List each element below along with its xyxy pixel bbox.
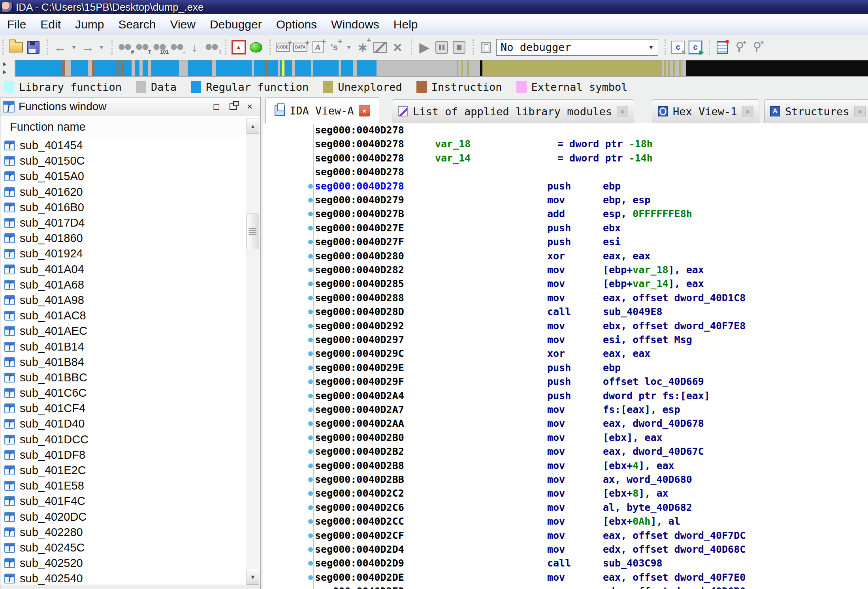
disassembly-row[interactable]: seg000:0040D28Dcallsub_4049E8 xyxy=(263,305,868,319)
disassembly-row[interactable]: seg000:0040D292movebx, offset dword_40F7… xyxy=(263,319,868,333)
jump-forward-icon[interactable]: → xyxy=(79,38,96,56)
function-list-item[interactable]: fsub_401DCC xyxy=(0,432,245,447)
close-tab-icon[interactable]: × xyxy=(854,106,866,117)
function-list-item[interactable]: fsub_401B14 xyxy=(0,339,245,354)
make-code-icon[interactable]: CODE+ xyxy=(274,38,292,56)
function-list-item[interactable]: fsub_401AC8 xyxy=(0,308,245,323)
restore-icon[interactable] xyxy=(230,103,237,110)
disassembly-row[interactable]: seg000:0040D27Baddesp, 0FFFFFFE8h xyxy=(263,207,868,221)
debugger-led-icon[interactable] xyxy=(477,38,495,56)
disassembly-row[interactable]: seg000:0040D278 xyxy=(263,165,868,179)
function-list-item[interactable]: fsub_40245C xyxy=(0,540,245,555)
disassembly-row[interactable]: seg000:0040D2C2mov[ebx+8], ax xyxy=(263,486,868,501)
function-list-scrollbar[interactable]: ▲ ▼ xyxy=(246,118,260,585)
function-list-item[interactable]: fsub_401860 xyxy=(0,231,245,246)
close-tab-icon[interactable]: × xyxy=(359,105,370,116)
menu-item-file[interactable]: File xyxy=(0,14,33,35)
pin-add-icon[interactable]: + xyxy=(731,38,748,56)
tab-hex-view-1[interactable]: Hex View-1× xyxy=(652,99,759,123)
disassembly-row[interactable]: seg000:0040D2D4movedx, offset dword_40D6… xyxy=(263,542,868,557)
menu-item-view[interactable]: View xyxy=(163,14,202,35)
menu-item-help[interactable]: Help xyxy=(386,14,425,35)
jump-down-icon[interactable]: ↓ xyxy=(186,38,203,56)
make-array-icon[interactable]: ∗+ xyxy=(354,38,371,56)
search-next-icon[interactable]: → xyxy=(168,38,186,56)
disassembly-row[interactable]: seg000:0040D2CCmov[ebx+0Ah], al xyxy=(263,514,868,529)
edit-icon[interactable] xyxy=(371,38,389,56)
make-string-icon[interactable]: 's+ xyxy=(326,38,344,56)
function-list-item[interactable]: fsub_401F4C xyxy=(0,493,245,509)
disassembly-row[interactable]: seg000:0040D2AAmoveax, dword_40D678 xyxy=(263,416,868,431)
function-list-item[interactable]: fsub_401DF8 xyxy=(0,447,245,463)
disassembly-row[interactable]: seg000:0040D29Cxoreax, eax xyxy=(263,347,868,361)
function-list-item[interactable]: fsub_401620 xyxy=(0,184,245,200)
menu-item-debugger[interactable]: Debugger xyxy=(203,14,269,35)
close-tab-icon[interactable]: × xyxy=(617,106,628,117)
menu-item-options[interactable]: Options xyxy=(269,14,324,35)
disassembly-row[interactable]: seg000:0040D278var_18= dword ptr -18h xyxy=(263,137,868,151)
make-data-icon[interactable]: DATA+ xyxy=(292,38,309,56)
disassembly-row[interactable]: seg000:0040D2B2moveax, dword_40D67C xyxy=(263,445,868,459)
function-list-item[interactable]: fsub_40150C xyxy=(0,153,245,169)
close-icon[interactable]: × xyxy=(247,102,252,111)
disassembly-row[interactable]: seg000:0040D2CFmoveax, offset dword_40F7… xyxy=(263,529,868,543)
undefine-icon[interactable]: × xyxy=(389,38,406,56)
disassembly-row[interactable]: seg000:0040D279movebp, esp xyxy=(263,193,868,207)
c-arrow-icon[interactable]: c↖ xyxy=(669,38,687,56)
run-icon[interactable]: ▶ xyxy=(416,38,433,56)
close-tab-icon[interactable]: × xyxy=(742,106,753,117)
function-name-column-header[interactable]: Function name xyxy=(0,116,245,138)
disassembly-row[interactable]: seg000:0040D282mov[ebp+var_18], eax xyxy=(263,263,868,277)
disassembly-row[interactable]: seg000:0040D2C6moval, byte_40D682 xyxy=(263,501,868,515)
jump-back-icon[interactable]: ← xyxy=(51,38,69,56)
disassembly-row[interactable]: seg000:0040D27Epushebx xyxy=(263,221,868,235)
disassembly-row[interactable]: seg000:0040D29Fpushoffset loc_40D669 xyxy=(263,375,868,389)
function-list-item[interactable]: fsub_402520 xyxy=(0,555,245,571)
tab-structures[interactable]: AStructures× xyxy=(764,99,868,123)
disassembly-row[interactable]: seg000:0040D280xoreax, eax xyxy=(263,249,868,263)
function-list-item[interactable]: fsub_401BBC xyxy=(0,370,245,385)
warning-box-icon[interactable]: ▲ xyxy=(230,38,247,56)
disassembly-row[interactable]: seg000:0040D27Fpushesi xyxy=(263,235,868,249)
disassembly-row[interactable]: seg000:0040D288moveax, offset dword_40D1… xyxy=(263,291,868,305)
function-list-item[interactable]: fsub_401A04 xyxy=(0,262,245,277)
combo-dropdown-icon[interactable]: ▼ xyxy=(646,41,656,54)
jump-forward-menu-icon[interactable]: ▼ xyxy=(96,38,107,56)
disassembly-row[interactable]: seg000:0040D2B8mov[ebx+4], eax xyxy=(263,459,868,473)
search-text-icon[interactable]: T xyxy=(134,38,151,56)
menu-item-windows[interactable]: Windows xyxy=(324,14,386,35)
function-list-item[interactable]: fsub_401E2C xyxy=(0,463,245,478)
disassembly-row[interactable]: seg000:0040D285mov[ebp+var_14], eax xyxy=(263,277,868,291)
analysis-indicator-icon[interactable] xyxy=(247,38,265,56)
debugger-combo[interactable]: No debugger▼ xyxy=(495,38,660,56)
function-list-item[interactable]: fsub_401454 xyxy=(0,138,245,153)
string-menu-icon[interactable]: ▼ xyxy=(344,38,354,56)
disassembly-row[interactable]: seg000:0040D278pushebp xyxy=(263,179,868,193)
notebook-icon[interactable] xyxy=(714,38,731,56)
function-list-item[interactable]: fsub_4016B0 xyxy=(0,200,245,215)
disassembly-row[interactable]: seg000:0040D297movesi, offset Msg xyxy=(263,333,868,347)
scroll-up-icon[interactable]: ▲ xyxy=(247,118,259,134)
save-icon[interactable] xyxy=(24,38,42,56)
c-play-icon[interactable]: c▶ xyxy=(687,38,704,56)
function-list-item[interactable]: fsub_401C6C xyxy=(0,385,245,401)
disassembly-row[interactable]: seg000:0040D2DEmoveax, offset dword_40F7… xyxy=(263,570,868,585)
maximize-icon[interactable]: □ xyxy=(213,102,219,111)
function-list-item[interactable]: fsub_401E58 xyxy=(0,478,245,493)
search-address-icon[interactable]: # xyxy=(116,38,134,56)
function-list-item[interactable]: fsub_4020DC xyxy=(0,509,245,525)
menu-item-edit[interactable]: Edit xyxy=(33,14,68,35)
functions-window-titlebar[interactable]: f Functions window □ × xyxy=(0,98,260,116)
make-name-icon[interactable]: A+ xyxy=(309,38,326,56)
disassembly-row[interactable]: seg000:0040D2A7movfs:[eax], esp xyxy=(263,403,868,417)
tab-list-of-applied-library-modules[interactable]: List of applied library modules× xyxy=(392,99,634,123)
disassembly-row[interactable]: seg000:0040D278var_14= dword ptr -14h xyxy=(263,151,868,165)
search-binary-icon[interactable]: 101 xyxy=(151,38,168,56)
function-list-item[interactable]: fsub_401AEC xyxy=(0,323,245,339)
pin-delete-icon[interactable]: × xyxy=(748,38,766,56)
open-file-icon[interactable] xyxy=(7,38,24,56)
pause-icon[interactable] xyxy=(433,38,450,56)
search-problem-icon[interactable]: ! xyxy=(203,38,220,56)
function-list-item[interactable]: fsub_401B84 xyxy=(0,355,245,370)
scroll-down-icon[interactable]: ▼ xyxy=(247,569,259,585)
